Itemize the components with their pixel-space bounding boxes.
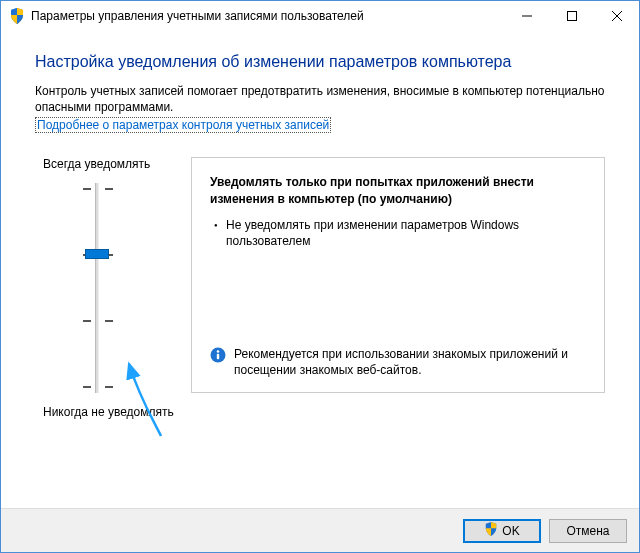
slider-thumb[interactable] xyxy=(85,249,109,259)
slider-tick xyxy=(83,320,91,322)
intro-text: Контроль учетных записей помогает предот… xyxy=(35,83,605,115)
ok-button[interactable]: OK xyxy=(463,519,541,543)
uac-settings-window: Параметры управления учетными записями п… xyxy=(0,0,640,553)
ok-button-label: OK xyxy=(502,524,519,538)
slider-tick xyxy=(83,188,91,190)
svg-rect-1 xyxy=(567,12,576,21)
slider-area: Всегда уведомлять Никогда не уведомлять … xyxy=(35,157,605,419)
recommendation-text: Рекомендуется при использовании знакомых… xyxy=(234,346,586,378)
svg-point-5 xyxy=(217,350,220,353)
uac-shield-icon xyxy=(484,522,498,539)
setting-description-box: Уведомлять только при попытках приложени… xyxy=(191,157,605,393)
content-area: Настройка уведомления об изменении парам… xyxy=(1,31,639,508)
slider-label-always: Всегда уведомлять xyxy=(35,157,185,171)
maximize-button[interactable] xyxy=(549,1,594,31)
info-icon xyxy=(210,346,228,378)
slider-track xyxy=(95,183,99,393)
cancel-button-label: Отмена xyxy=(566,524,609,538)
slider-label-never: Никогда не уведомлять xyxy=(35,405,185,419)
setting-title: Уведомлять только при попытках приложени… xyxy=(210,174,586,206)
slider-column: Всегда уведомлять Никогда не уведомлять xyxy=(35,157,185,419)
uac-shield-icon xyxy=(9,8,25,24)
titlebar: Параметры управления учетными записями п… xyxy=(1,1,639,31)
uac-slider[interactable] xyxy=(83,183,185,393)
setting-bullet: Не уведомлять при изменении параметров W… xyxy=(210,217,586,249)
cancel-button[interactable]: Отмена xyxy=(549,519,627,543)
slider-tick xyxy=(105,386,113,388)
window-controls xyxy=(504,1,639,31)
recommendation-row: Рекомендуется при использовании знакомых… xyxy=(210,346,586,378)
slider-tick xyxy=(83,386,91,388)
help-link[interactable]: Подробнее о параметрах контроля учетных … xyxy=(35,117,331,133)
setting-bullet-text: Не уведомлять при изменении параметров W… xyxy=(226,217,586,249)
close-button[interactable] xyxy=(594,1,639,31)
svg-rect-6 xyxy=(217,354,219,360)
bullet-icon xyxy=(210,217,226,249)
minimize-button[interactable] xyxy=(504,1,549,31)
slider-tick xyxy=(105,188,113,190)
dialog-footer: OK Отмена xyxy=(1,508,639,552)
page-heading: Настройка уведомления об изменении парам… xyxy=(35,53,605,71)
slider-tick xyxy=(105,320,113,322)
window-title: Параметры управления учетными записями п… xyxy=(31,9,364,23)
